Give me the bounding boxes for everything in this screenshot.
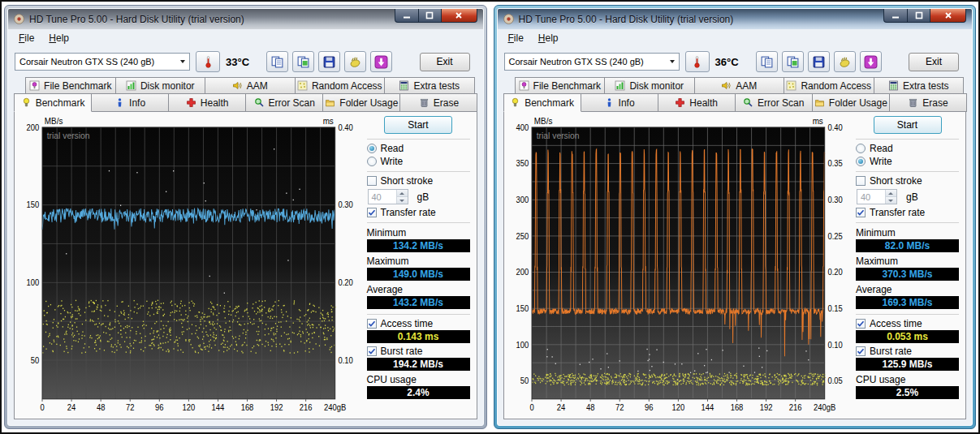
close-button[interactable] [930,9,966,23]
burst-rate-checkbox[interactable]: Burst rate [856,345,959,358]
tab-file-benchmark[interactable]: File Benchmark [25,77,116,94]
start-button[interactable]: Start [384,116,452,134]
cpu-usage-value: 2.4% [367,386,470,399]
separator [856,314,959,315]
tab-extra-tests[interactable]: Extra tests [874,77,965,94]
donate-button[interactable] [344,51,366,72]
menu-help[interactable]: Help [41,31,76,45]
download-arrow-icon [374,55,388,69]
tab-erase[interactable]: Erase [399,93,477,112]
short-stroke-checkbox[interactable]: Short stroke [367,174,470,187]
burst-rate-checkbox[interactable]: Burst rate [367,345,470,358]
access-time-checkbox[interactable]: Access time [367,317,470,330]
menu-file[interactable]: File [501,31,531,45]
svg-text:0.20: 0.20 [338,278,353,288]
stroke-size-stepper[interactable]: 40 [857,189,897,204]
tab-info[interactable]: Info [91,93,169,112]
minimize-button[interactable] [883,9,907,23]
transfer-rate-checkbox[interactable]: Transfer rate [367,206,470,219]
copy-image-icon [296,55,310,69]
tab-error-scan[interactable]: Error Scan [245,93,323,112]
benchmark-control-panel: Start Read Write Short [853,114,964,416]
read-radio[interactable]: Read [367,142,470,155]
exit-button[interactable]: Exit [420,53,470,71]
checkbox-icon [856,319,866,329]
tab-health[interactable]: Health [658,93,736,112]
write-radio[interactable]: Write [367,155,470,168]
menubar: File Help [8,29,483,47]
svg-text:trial version: trial version [47,130,90,140]
svg-text:0: 0 [40,402,45,412]
tab-erase[interactable]: Erase [889,93,967,112]
drive-select[interactable]: Corsair Neutron GTX SS (240 gB) [504,53,680,71]
access-time-value: 0.143 ms [367,330,470,343]
close-button[interactable] [442,9,477,23]
tab-extra-tests[interactable]: Extra tests [384,77,475,94]
minimize-button[interactable] [395,9,418,23]
copy-image-button[interactable] [292,51,314,72]
tab-control: File BenchmarkDisk monitorAAMRandom Acce… [503,77,967,419]
start-button[interactable]: Start [874,116,942,134]
maximize-button[interactable] [418,9,442,23]
maximum-value: 370.3 MB/s [856,268,959,281]
tab-file-benchmark[interactable]: File Benchmark [515,77,606,94]
tab-folder-usage[interactable]: Folder Usage [812,93,890,112]
drive-select[interactable]: Corsair Neutron GTX SS (240 gB) [15,53,190,71]
info-icon [114,97,125,108]
tab-disk-monitor[interactable]: Disk monitor [115,77,206,94]
svg-text:240gB: 240gB [324,402,347,412]
stroke-size-stepper[interactable]: 40 [368,189,408,204]
transfer-rate-checkbox[interactable]: Transfer rate [856,206,959,219]
read-radio[interactable]: Read [856,142,959,155]
temperature-button[interactable] [685,51,710,72]
menu-file[interactable]: File [11,31,41,45]
file-benchmark-icon [519,80,529,91]
extra-tests-icon [399,80,409,91]
svg-text:144: 144 [701,402,714,412]
benchmark-icon [21,97,32,108]
save-button[interactable] [808,51,830,72]
short-stroke-checkbox[interactable]: Short stroke [856,174,959,187]
tab-aam[interactable]: AAM [205,77,296,94]
separator [367,171,470,172]
drive-select-value: Corsair Neutron GTX SS (240 gB) [509,57,644,67]
copy-text-button[interactable] [756,51,778,72]
burst-rate-value: 194.2 MB/s [367,358,470,371]
save-button[interactable] [318,51,340,72]
tab-info[interactable]: Info [581,93,658,112]
stepper-arrows[interactable] [885,190,896,204]
stepper-arrows[interactable] [396,190,408,204]
exit-button[interactable]: Exit [909,53,959,71]
titlebar: HD Tune Pro 5.00 - Hard Disk Utility (tr… [498,9,973,29]
menu-help[interactable]: Help [531,31,566,45]
tab-folder-usage[interactable]: Folder Usage [322,93,400,112]
update-button[interactable] [860,51,882,72]
toolbar-buttons [756,51,882,72]
donate-button[interactable] [834,51,856,72]
svg-text:96: 96 [155,402,164,412]
tab-disk-monitor[interactable]: Disk monitor [604,77,695,94]
tab-benchmark[interactable]: Benchmark [14,93,92,112]
stepper-down-icon[interactable] [886,197,896,204]
update-button[interactable] [370,51,392,72]
hdtune-app-icon [503,13,515,25]
maximize-button[interactable] [907,9,930,23]
copy-image-button[interactable] [782,51,804,72]
write-radio[interactable]: Write [856,155,959,168]
tab-benchmark[interactable]: Benchmark [503,93,581,112]
copy-image-icon [786,55,800,69]
stepper-up-icon[interactable] [397,190,408,197]
stepper-up-icon[interactable] [886,190,896,197]
cpu-usage-label: CPU usage [856,374,959,385]
menubar: File Help [498,29,973,47]
tab-random-access[interactable]: Random Access [784,77,874,94]
stepper-down-icon[interactable] [397,197,408,204]
tab-random-access[interactable]: Random Access [295,77,386,94]
tab-aam[interactable]: AAM [694,77,785,94]
access-time-checkbox[interactable]: Access time [856,317,959,330]
temperature-button[interactable] [196,51,220,72]
tab-health[interactable]: Health [168,93,246,112]
svg-text:ms: ms [812,115,822,126]
copy-text-button[interactable] [266,51,288,72]
tab-error-scan[interactable]: Error Scan [735,93,813,112]
